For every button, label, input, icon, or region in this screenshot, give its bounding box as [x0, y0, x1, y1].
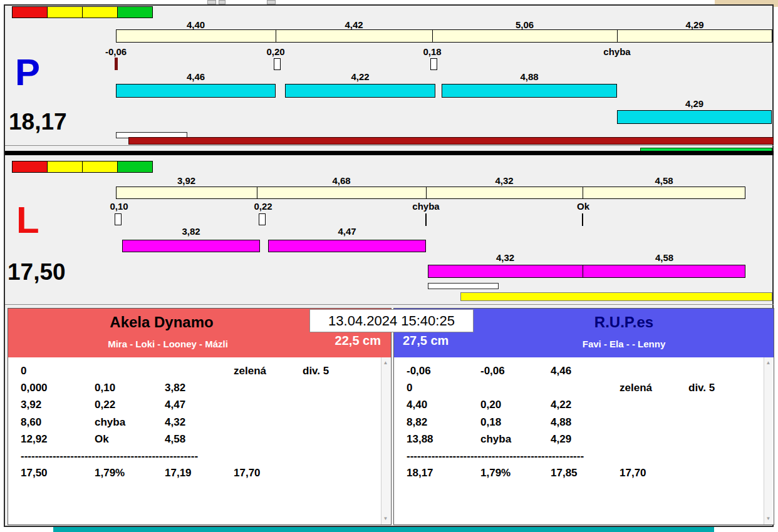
left-team-name: Akela Dynamo: [21, 314, 303, 331]
lane-letter-p: P: [15, 54, 40, 91]
right-panel-scrollbar[interactable]: ▲ ▼: [764, 357, 773, 524]
result-cell: 4,88: [551, 416, 571, 429]
total-time-l: 17,50: [8, 260, 66, 284]
dog-time-label: 4,32: [428, 252, 583, 263]
dog-time-label: 4,22: [285, 71, 435, 82]
right-team-panel: R.U.P.es Favi - Ela - - Lenny 27,5 cm -0…: [393, 308, 774, 525]
result-cell: 0: [407, 382, 412, 394]
dog-run-bar: [285, 84, 435, 98]
table-row: 8,82 0,18 4,88: [402, 416, 760, 430]
result-cell: Ok: [95, 433, 109, 446]
dog-run-bar: [122, 240, 260, 252]
result-cell: 4,58: [165, 433, 185, 446]
summary-cell: 1,79%: [480, 467, 511, 479]
lane-segment-bar-l: [116, 187, 745, 199]
result-cell: 0,20: [480, 399, 501, 411]
sensor-box-marker: [430, 58, 437, 70]
split-time-label: chyba: [395, 201, 457, 212]
red-light-icon: [12, 6, 48, 18]
green-light-icon: [117, 6, 153, 18]
right-team-members: Favi - Ela - - Lenny: [482, 339, 766, 349]
scroll-down-icon[interactable]: ▼: [764, 514, 772, 523]
split-time-label: 0,10: [88, 201, 150, 212]
section-divider-line: [5, 145, 774, 146]
table-row: 12,92 Ok 4,58: [16, 433, 377, 447]
result-cell: 3,92: [21, 399, 41, 411]
start-lights-p: [13, 6, 153, 18]
lane-segment: [618, 30, 772, 42]
dog-time-label: 4,58: [583, 252, 745, 263]
progress-outline-bar: [428, 283, 499, 289]
summary-cell: 17,85: [551, 467, 578, 479]
lane-time-label: 4,68: [257, 175, 426, 186]
lane-time-label: 4,32: [426, 175, 583, 186]
lane-letter-l: L: [16, 202, 39, 239]
lane-segment: [117, 30, 276, 42]
table-row: 13,88 chyba 4,29: [402, 433, 760, 447]
background-window-fragment: [207, 0, 216, 4]
dog-time-label: 4,88: [442, 71, 617, 82]
summary-cell: 17,50: [21, 467, 48, 479]
dog-time-label: 3,82: [122, 226, 260, 237]
lane-segment: [257, 187, 427, 198]
result-cell: 4,22: [551, 399, 571, 411]
result-cell: -0,06: [480, 365, 505, 377]
summary-cell: 17,70: [620, 467, 646, 479]
right-team-name: R.U.P.es: [482, 314, 766, 331]
left-jump-height: 22,5 cm: [335, 334, 381, 348]
yellow-light-icon: [82, 6, 118, 18]
result-cell: div. 5: [688, 382, 715, 394]
table-summary-row: 17,50 1,79% 17,19 17,70: [16, 467, 377, 481]
lane-time-label: 4,29: [617, 19, 772, 30]
table-divider-row: ----------------------------------------…: [402, 450, 760, 464]
result-cell: 8,82: [407, 416, 427, 429]
split-time-label: Ok: [552, 201, 615, 212]
result-cell: 4,32: [165, 416, 185, 429]
start-tick-marker: [115, 58, 118, 70]
yellow-light-icon: [47, 161, 83, 173]
scroll-down-icon[interactable]: ▼: [381, 514, 390, 523]
table-row: 0 zelená div. 5: [402, 382, 760, 396]
dog-run-bar: [442, 84, 617, 98]
table-divider-row: ----------------------------------------…: [16, 450, 377, 464]
tick-line-marker: [582, 213, 583, 226]
table-summary-row: 18,17 1,79% 17,85 17,70: [402, 467, 760, 481]
yellow-light-icon: [47, 6, 83, 18]
tick-line-marker: [425, 213, 427, 226]
sensor-box-marker: [274, 58, 281, 70]
result-cell: chyba: [95, 416, 125, 429]
elapsed-time-bar-red: [128, 137, 774, 145]
split-time-label: -0,06: [85, 46, 147, 57]
result-cell: 0,18: [480, 416, 501, 429]
dog-run-bar: [428, 265, 583, 278]
lane-segment: [117, 187, 257, 198]
result-cell: 4,46: [551, 365, 571, 377]
scroll-up-icon[interactable]: ▲: [381, 359, 390, 367]
lane-segment: [583, 187, 745, 198]
left-team-panel: Akela Dynamo Mira - Loki - Looney - Mázl…: [8, 308, 392, 525]
dog-time-label: 4,46: [116, 71, 276, 82]
right-jump-height: 27,5 cm: [403, 334, 449, 348]
lane-segment: [276, 30, 433, 42]
dog-run-bar: [268, 240, 426, 252]
scroll-up-icon[interactable]: ▲: [764, 359, 772, 367]
background-window-fragment: [267, 0, 276, 4]
result-cell: 4,29: [551, 433, 571, 446]
flyball-timing-app: 4,40 4,42 5,06 4,29 -0,06 0,20 0,18 chyb…: [0, 0, 778, 532]
datetime-display: 13.04.2024 15:40:25: [309, 309, 474, 332]
result-cell: 13,88: [407, 433, 433, 446]
summary-cell: 18,17: [407, 467, 433, 479]
green-light-icon: [117, 161, 153, 173]
table-row: 8,60 chyba 4,32: [16, 416, 377, 430]
yellow-light-icon: [82, 161, 118, 173]
result-cell: zelená: [234, 365, 266, 377]
result-cell: 0,10: [95, 382, 115, 394]
lane-time-label: 4,58: [583, 175, 745, 186]
left-panel-scrollbar[interactable]: ▲ ▼: [381, 357, 390, 524]
lane-time-label: 4,40: [116, 19, 276, 30]
result-cell: zelená: [620, 382, 652, 394]
dog-run-bar: [116, 84, 276, 98]
result-cell: div. 5: [303, 365, 329, 377]
result-cell: 4,40: [407, 399, 427, 411]
sensor-box-marker: [259, 213, 266, 225]
